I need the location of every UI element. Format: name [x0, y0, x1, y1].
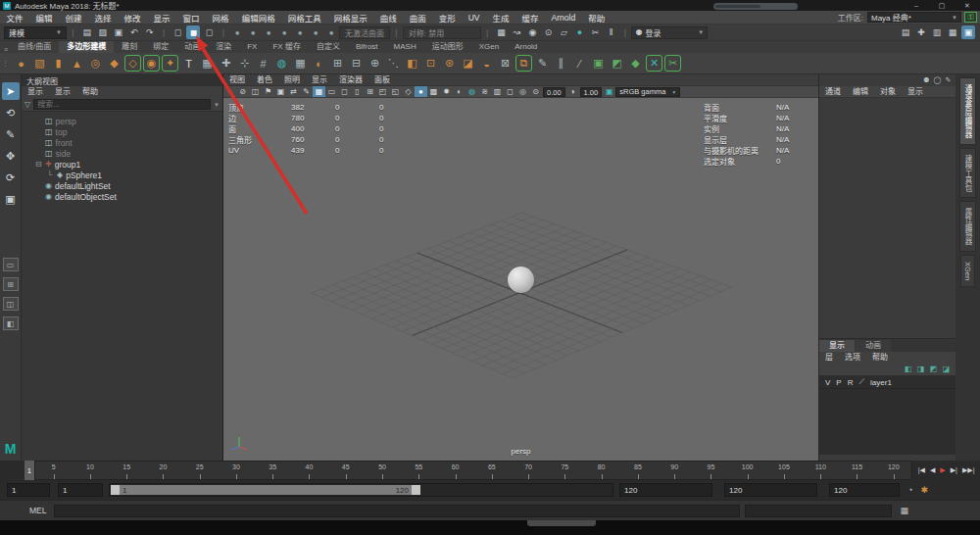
field-chart-icon[interactable]: ⊞: [364, 86, 376, 97]
motion-blur-icon[interactable]: ≋: [478, 86, 491, 97]
textured-mode-icon[interactable]: ▩: [427, 86, 440, 97]
play-backward-icon[interactable]: ◀: [927, 466, 937, 474]
xray-icon[interactable]: ◻: [504, 86, 516, 97]
outliner-item-top[interactable]: ◫top: [22, 126, 222, 137]
shelf-menu-icon[interactable]: ≡: [0, 46, 8, 53]
shelf-tab[interactable]: Bifrost: [348, 41, 386, 53]
outliner-item-group1[interactable]: ⊟✛group1: [22, 159, 222, 170]
film-gate-icon[interactable]: ▭: [325, 86, 338, 97]
save-scene-icon[interactable]: ▣: [112, 25, 125, 39]
poly-cone-icon[interactable]: ▲: [69, 55, 85, 72]
range-start-handle[interactable]: [111, 485, 120, 495]
poly-sphere-icon[interactable]: ●: [13, 55, 29, 72]
snap-to-view-planes-icon[interactable]: ▱: [558, 25, 571, 39]
single-pane-layout-icon[interactable]: ▭: [3, 258, 19, 271]
poly-cube-icon[interactable]: ▧: [31, 55, 48, 72]
menu-item[interactable]: 缓存: [515, 12, 545, 24]
open-scene-icon[interactable]: ▨: [96, 25, 110, 39]
animation-start-field[interactable]: 1: [7, 483, 50, 497]
safe-action-icon[interactable]: ◰: [376, 86, 389, 97]
select-curves-mask-icon[interactable]: ●: [277, 25, 291, 39]
viewport-menu-item[interactable]: 显示: [306, 74, 333, 85]
step-back-frame-icon[interactable]: |◀: [915, 466, 927, 474]
outliner-menu-item[interactable]: 显示: [22, 86, 49, 98]
minimize-button[interactable]: –: [904, 0, 929, 11]
show-manipulators-icon[interactable]: ⚉: [921, 75, 932, 85]
new-scene-icon[interactable]: ▤: [80, 25, 94, 39]
shelf-tab[interactable]: 雕刻: [114, 41, 145, 53]
camera-attributes-icon[interactable]: ◫: [249, 86, 262, 97]
tool-settings-toggle-icon[interactable]: ✚: [914, 25, 928, 39]
modeling-toolkit-toggle-icon[interactable]: ▦: [946, 25, 959, 39]
combine-icon[interactable]: ⊞: [329, 55, 346, 72]
duplicate-face-icon[interactable]: ⧉: [515, 55, 532, 72]
character-set-field[interactable]: 120: [829, 483, 900, 497]
auto-key-icon[interactable]: ✱: [916, 485, 932, 495]
grid-snap-shelf-icon[interactable]: ▦: [292, 55, 309, 72]
layer-playback-toggle[interactable]: P: [836, 378, 841, 387]
search-input[interactable]: [33, 99, 211, 110]
menu-item[interactable]: 曲面: [403, 12, 432, 24]
layer-menu-item[interactable]: 选项: [839, 352, 866, 363]
reduce-icon[interactable]: ⋱: [385, 55, 402, 72]
go-to-end-icon[interactable]: ▶▶|: [959, 466, 977, 474]
playback-end-field[interactable]: 120: [619, 483, 712, 497]
channelbox-menu-item[interactable]: 编辑: [847, 86, 874, 97]
select-rendering-mask-icon[interactable]: ●: [324, 25, 338, 39]
select-component-icon[interactable]: ◻: [202, 25, 216, 39]
delete-edge-icon[interactable]: ✕: [646, 55, 662, 72]
pan-zoom-icon[interactable]: ⇄: [287, 86, 300, 97]
menu-item[interactable]: 选择: [88, 12, 118, 24]
menu-item[interactable]: 创建: [59, 12, 88, 24]
menu-item[interactable]: 窗口: [176, 12, 206, 24]
layer-name[interactable]: layer1: [870, 378, 892, 387]
channelbox-menu-item[interactable]: 显示: [902, 86, 929, 97]
rotate-tool-icon[interactable]: ⟳: [2, 169, 20, 186]
move-layer-down-icon[interactable]: ◨: [914, 364, 927, 375]
menu-item[interactable]: 帮助: [582, 12, 612, 24]
layer-color-icon[interactable]: ⟋: [858, 377, 864, 387]
lock-camera-icon[interactable]: ⊘: [236, 86, 249, 97]
menu-item[interactable]: UV: [462, 13, 486, 23]
make-live-shelf-icon[interactable]: ◍: [273, 55, 290, 72]
close-button[interactable]: ✕: [955, 0, 980, 11]
layer-display-type-toggle[interactable]: R: [848, 378, 854, 387]
maximize-button[interactable]: ▢: [929, 0, 955, 11]
outliner-item-persp[interactable]: ◫persp: [22, 116, 222, 126]
resolution-gate-icon[interactable]: ◻: [338, 86, 351, 97]
isolate-select-icon[interactable]: ◎: [516, 86, 529, 97]
layer-row-layer1[interactable]: V P R ⟋ layer1: [819, 376, 956, 389]
snap-to-points-icon[interactable]: ◉: [526, 25, 540, 39]
layer-visibility-toggle[interactable]: V: [825, 378, 830, 387]
snap-to-curves-icon[interactable]: ↝: [511, 25, 524, 39]
shelf-tab[interactable]: 绑定: [145, 41, 176, 53]
two-pane-layout-icon[interactable]: ◫: [3, 297, 19, 311]
viewport-menu-item[interactable]: 着色: [251, 74, 278, 85]
menu-item[interactable]: 曲线: [373, 12, 403, 24]
login-select[interactable]: ⚉ 登录 ▼: [631, 26, 708, 39]
safe-title-icon[interactable]: ◱: [389, 86, 402, 97]
menu-item[interactable]: 网格工具: [281, 12, 327, 24]
animation-end-field[interactable]: 120: [724, 483, 817, 497]
gate-mask-icon[interactable]: ▯: [351, 86, 364, 97]
sidebar-vertical-tab[interactable]: 建模工具包: [959, 148, 976, 199]
poly-disc-icon[interactable]: ◇: [124, 55, 141, 72]
select-surfaces-mask-icon[interactable]: ●: [293, 25, 307, 39]
select-handles-mask-icon[interactable]: ●: [246, 25, 260, 39]
snap-to-grids-icon[interactable]: ▦: [495, 25, 509, 39]
select-joints-mask-icon[interactable]: ●: [262, 25, 275, 39]
viewport-menu-item[interactable]: 渲染器: [333, 74, 368, 85]
menu-item[interactable]: 修改: [118, 12, 147, 24]
outliner-item-psphere1[interactable]: └◈pSphere1: [22, 170, 222, 180]
scale-tool-icon[interactable]: ▣: [2, 190, 20, 208]
gamma-icon[interactable]: ◑: [566, 86, 579, 97]
attribute-editor-toggle-icon[interactable]: ▤: [899, 25, 912, 39]
sidebar-vertical-tab[interactable]: 通道盒/层编辑器: [959, 77, 976, 145]
offset-edge-loop-icon[interactable]: ⁄: [571, 55, 588, 72]
outliner-menu-item[interactable]: 显示: [49, 86, 76, 98]
separate-icon[interactable]: ⊟: [348, 55, 365, 72]
grease-pencil-icon[interactable]: ✎: [300, 86, 313, 97]
platonic-solid-icon[interactable]: ◉: [143, 55, 160, 72]
shelf-tab[interactable]: 曲线/曲面: [10, 41, 59, 53]
shelf-tab[interactable]: Arnold: [507, 41, 545, 53]
